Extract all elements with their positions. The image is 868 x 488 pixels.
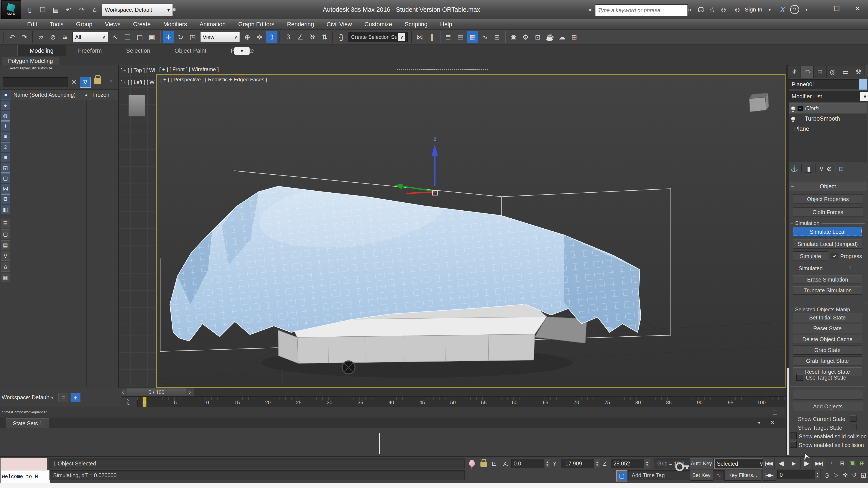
go-to-end-button[interactable]: ▶▶| <box>813 458 825 469</box>
percent-snap-toggle-icon[interactable]: % <box>307 31 318 43</box>
motion-tab[interactable]: ◎ <box>826 65 839 78</box>
x-coordinate-field[interactable]: 0.0 <box>511 459 549 468</box>
simulate-local-damped-button[interactable]: Simulate Local (damped) <box>793 239 862 249</box>
mini-curve-editor-button[interactable]: ∿⇅ <box>119 397 137 407</box>
restore-button[interactable]: ❐ <box>826 1 847 16</box>
display-all-icon[interactable]: ● <box>1 101 10 110</box>
display-containers-icon[interactable]: ⚙ <box>1 194 10 204</box>
menu-item[interactable]: Civil View <box>320 21 358 28</box>
truncate-simulation-button[interactable]: Truncate Simulation <box>793 286 862 295</box>
favorites-icon[interactable]: ☆ <box>707 4 718 15</box>
display-helpers-icon[interactable]: ⊙ <box>1 142 10 152</box>
current-frame-field[interactable]: 0 <box>777 470 819 479</box>
layer-manager-icon[interactable]: ≣ <box>442 31 454 43</box>
modifier-stack-item-plane[interactable]: Plane <box>789 124 867 134</box>
keyboard-shortcut-override-icon[interactable]: ⇧ <box>266 31 278 43</box>
menu-item[interactable]: Tools <box>43 21 70 28</box>
clear-search-icon[interactable]: ✕ <box>69 77 79 87</box>
save-file-icon[interactable]: ▤ <box>50 4 62 15</box>
viewport-front[interactable]: [ + ] [ Front ] [ Wireframe ] <box>156 65 785 74</box>
sign-in-chevron-icon[interactable]: ▾ <box>764 4 775 15</box>
display-cameras-icon[interactable]: ◙ <box>1 132 10 141</box>
cloth-forces-button[interactable]: Cloth Forces <box>793 207 863 217</box>
object-name-field[interactable]: Plane001 <box>789 79 862 89</box>
ribbon-tab[interactable]: Selection <box>114 45 162 56</box>
menu-item[interactable]: Graph Editors <box>232 21 281 28</box>
detail-view-icon[interactable]: ▤ <box>1 240 10 250</box>
grid-toggle-icon[interactable]: ⊞ <box>70 393 81 402</box>
object-rollout-header[interactable]: − Object <box>788 182 867 191</box>
manip-button[interactable]: Delete Object Cache <box>793 335 862 344</box>
z-spinner[interactable]: ▲▼ <box>644 459 650 468</box>
select-and-move-icon[interactable]: ✛ <box>162 31 174 43</box>
new-scene-icon[interactable]: ▯ <box>24 4 36 15</box>
workspace-selector[interactable]: Workspace: Default <box>2 394 49 400</box>
render-setup-icon[interactable]: ⚙ <box>520 31 531 43</box>
bind-to-space-warp-icon[interactable]: ≋ <box>59 31 71 43</box>
previous-frame-button[interactable]: ◀|| <box>775 458 787 469</box>
object-color-swatch[interactable] <box>859 79 867 90</box>
show-target-state-checkbox[interactable] <box>850 424 857 430</box>
play-button[interactable]: ▶ <box>788 458 800 469</box>
manip-button[interactable]: Set Initial State <box>793 313 862 322</box>
select-and-rotate-icon[interactable]: ↻ <box>175 31 186 43</box>
render-elements-icon[interactable]: ⊞ <box>568 31 580 43</box>
show-self-collision-checkbox[interactable] <box>790 441 797 448</box>
search-communities-icon[interactable]: ⌕ <box>684 4 695 15</box>
object-properties-button[interactable]: Object Properties <box>793 194 863 204</box>
y-coordinate-field[interactable]: -17.909 <box>561 459 598 468</box>
set-keys-icon[interactable] <box>675 462 684 471</box>
orbit-icon[interactable]: ↺ <box>850 470 859 480</box>
y-spinner[interactable]: ▲▼ <box>594 459 600 468</box>
menu-item[interactable]: Edit <box>21 21 43 28</box>
time-slider-track[interactable] <box>194 388 785 396</box>
lock-explorer-icon[interactable] <box>94 78 101 84</box>
layers-toggle-icon[interactable]: ≣ <box>58 393 68 402</box>
menu-item[interactable]: Rendering <box>281 21 320 28</box>
utilities-tab[interactable]: ⚒ <box>852 65 865 78</box>
create-keys-button[interactable] <box>793 390 863 399</box>
simulate-button[interactable]: Simulate <box>793 251 828 261</box>
zoom-all-icon[interactable]: ⊞ <box>837 458 846 468</box>
viewport-left-label[interactable]: [ + ] [ Left ] [ W <box>120 79 155 85</box>
frozen-column-header[interactable]: Frozen <box>90 92 118 98</box>
named-selection-sets-dropdown[interactable]: Create Selection Se∨ <box>348 32 408 42</box>
show-current-state-checkbox[interactable] <box>850 415 857 422</box>
menu-item[interactable]: Create <box>127 21 157 28</box>
z-coordinate-field[interactable]: 28.052 <box>611 459 648 468</box>
frame-spinner[interactable]: ▲▼ <box>815 470 821 479</box>
menu-item[interactable]: Group <box>70 21 99 28</box>
name-column-header[interactable]: Name (Sorted Ascending) ▲ <box>12 91 90 99</box>
project-folder-icon[interactable]: ⌂ <box>89 4 101 15</box>
expand-icon[interactable]: + <box>797 106 803 111</box>
state-sets-menu-item[interactable]: Compositor <box>12 410 30 414</box>
workspace-dropdown[interactable]: Workspace: Default ▾ <box>102 3 173 16</box>
toolbar-overflow-icon[interactable]: ≡ <box>170 6 178 13</box>
progress-checkbox[interactable]: ✔ <box>832 253 838 259</box>
modifier-list-dropdown[interactable]: Modifier List ∨ <box>789 91 868 101</box>
explorer-menu-item[interactable]: Customize <box>36 66 52 76</box>
selection-filter-dropdown[interactable]: All∨ <box>72 32 108 42</box>
application-menu-button[interactable]: MAX <box>1 0 21 19</box>
align-icon[interactable]: ∥ <box>426 31 438 43</box>
x-spinner[interactable]: ▲▼ <box>544 459 550 468</box>
schematic-view-icon[interactable]: ⊟ <box>491 31 503 43</box>
minimize-button[interactable]: – <box>806 1 826 16</box>
viewport-perspective-label[interactable]: [ + ] [ Perspective ] [ Realistic + Edge… <box>160 76 267 83</box>
redo-icon[interactable]: ↷ <box>19 31 30 43</box>
explorer-menu-item[interactable]: Edit <box>30 66 36 76</box>
maxscript-listener-line[interactable]: Welcome to M <box>0 470 50 483</box>
ribbon-minimize-icon[interactable]: ▼ <box>235 47 250 55</box>
hierarchy-tab[interactable]: ⊞ <box>813 65 826 78</box>
auto-key-button[interactable]: Auto Key <box>690 458 713 469</box>
track-bar[interactable]: ∿⇅ 0510152025303540455055606570758085909… <box>119 396 785 407</box>
select-filter-icon[interactable]: ∇ <box>80 77 91 88</box>
list-view-icon[interactable]: ☰ <box>1 219 10 228</box>
display-spacewarps-icon[interactable]: ≋ <box>1 153 10 162</box>
curve-editor-icon[interactable]: ∿ <box>479 31 491 43</box>
snaps-toggle-3d-icon[interactable]: 3 <box>282 31 294 43</box>
display-groups-icon[interactable]: ◱ <box>1 163 10 173</box>
zoom-icon[interactable]: ± <box>827 458 836 468</box>
modify-tab[interactable]: ◠ <box>801 65 813 78</box>
chevron-down-icon[interactable]: ▾ <box>758 420 761 426</box>
